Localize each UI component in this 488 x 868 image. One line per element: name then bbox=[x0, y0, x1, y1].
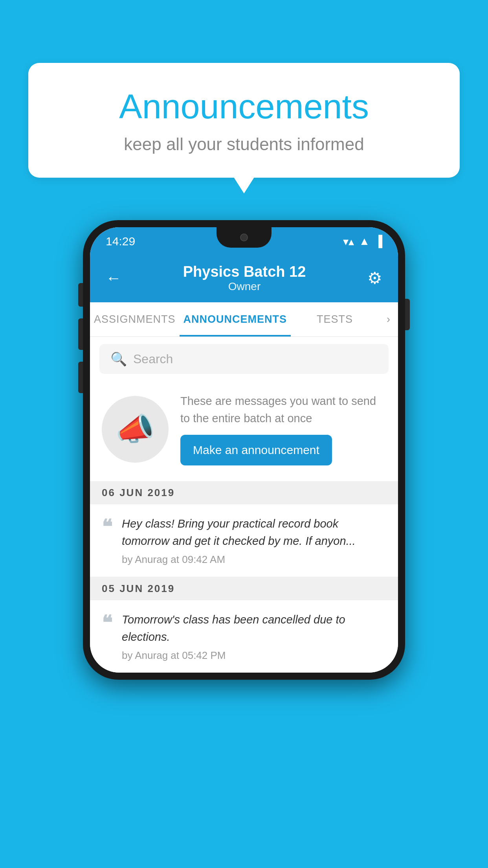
header-title-group: Physics Batch 12 Owner bbox=[183, 263, 306, 293]
announcement-meta-1: by Anurag at 09:42 AM bbox=[122, 554, 386, 566]
megaphone-icon: 📣 bbox=[116, 411, 155, 448]
speech-bubble-card: Announcements keep all your students inf… bbox=[28, 63, 460, 178]
back-button[interactable]: ← bbox=[106, 269, 121, 287]
announcement-item-2[interactable]: ❝ Tomorrow's class has been cancelled du… bbox=[90, 600, 398, 673]
announcement-meta-2: by Anurag at 05:42 PM bbox=[122, 649, 386, 662]
app-header: ← Physics Batch 12 Owner ⚙ bbox=[90, 256, 398, 302]
power-button bbox=[405, 299, 410, 330]
wifi-icon: ▾▴ bbox=[343, 235, 354, 248]
tab-announcements[interactable]: ANNOUNCEMENTS bbox=[180, 302, 291, 337]
promo-right: These are messages you want to send to t… bbox=[180, 393, 386, 465]
promo-description: These are messages you want to send to t… bbox=[180, 393, 386, 427]
date-separator-1: 06 JUN 2019 bbox=[90, 481, 398, 504]
promo-block: 📣 These are messages you want to send to… bbox=[90, 381, 398, 481]
quote-icon-2: ❝ bbox=[102, 613, 112, 662]
tab-more-button[interactable]: › bbox=[379, 302, 398, 337]
make-announcement-button[interactable]: Make an announcement bbox=[180, 435, 332, 465]
mute-button bbox=[78, 283, 83, 307]
battery-icon: ▐ bbox=[374, 235, 382, 248]
header-subtitle: Owner bbox=[183, 280, 306, 293]
tab-assignments[interactable]: ASSIGNMENTS bbox=[90, 302, 180, 337]
phone-screen: 14:29 ▾▴ ▲ ▐ ← Physics Batch 12 Owner ⚙ bbox=[90, 227, 398, 673]
volume-up-button bbox=[78, 318, 83, 350]
phone-outer-frame: 14:29 ▾▴ ▲ ▐ ← Physics Batch 12 Owner ⚙ bbox=[83, 220, 405, 680]
volume-down-button bbox=[78, 362, 83, 393]
search-icon: 🔍 bbox=[110, 351, 127, 367]
announcement-text-2: Tomorrow's class has been cancelled due … bbox=[122, 611, 386, 645]
phone-mockup: 14:29 ▾▴ ▲ ▐ ← Physics Batch 12 Owner ⚙ bbox=[83, 220, 405, 680]
status-time: 14:29 bbox=[106, 235, 135, 248]
speech-bubble-section: Announcements keep all your students inf… bbox=[28, 63, 460, 178]
search-input[interactable]: Search bbox=[133, 352, 173, 366]
announcement-item-1[interactable]: ❝ Hey class! Bring your practical record… bbox=[90, 504, 398, 577]
search-container: 🔍 Search bbox=[90, 337, 398, 381]
tab-tests[interactable]: TESTS bbox=[291, 302, 379, 337]
announcement-content-1: Hey class! Bring your practical record b… bbox=[122, 515, 386, 566]
search-bar[interactable]: 🔍 Search bbox=[99, 344, 389, 374]
date-label-1: 06 JUN 2019 bbox=[102, 487, 175, 499]
signal-icon: ▲ bbox=[359, 235, 370, 248]
settings-icon[interactable]: ⚙ bbox=[367, 268, 382, 288]
camera-dot bbox=[240, 234, 248, 241]
announcement-content-2: Tomorrow's class has been cancelled due … bbox=[122, 611, 386, 662]
status-icons: ▾▴ ▲ ▐ bbox=[343, 235, 382, 248]
status-bar: 14:29 ▾▴ ▲ ▐ bbox=[90, 227, 398, 256]
bubble-title: Announcements bbox=[60, 86, 428, 127]
date-label-2: 05 JUN 2019 bbox=[102, 583, 175, 595]
header-title: Physics Batch 12 bbox=[183, 263, 306, 280]
date-separator-2: 05 JUN 2019 bbox=[90, 577, 398, 600]
bubble-subtitle: keep all your students informed bbox=[60, 134, 428, 154]
promo-icon-circle: 📣 bbox=[102, 396, 169, 463]
tabs-bar: ASSIGNMENTS ANNOUNCEMENTS TESTS › bbox=[90, 302, 398, 337]
quote-icon-1: ❝ bbox=[102, 517, 112, 566]
announcement-text-1: Hey class! Bring your practical record b… bbox=[122, 515, 386, 550]
notch bbox=[216, 227, 272, 248]
